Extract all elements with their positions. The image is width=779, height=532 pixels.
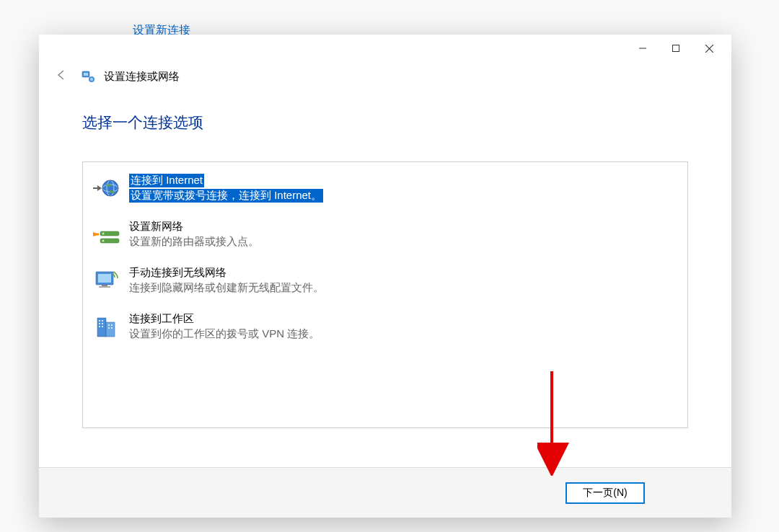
svg-rect-28 bbox=[99, 326, 100, 327]
svg-marker-8 bbox=[97, 185, 102, 191]
option-title: 手动连接到无线网络 bbox=[129, 266, 324, 280]
option-desc: 设置到你的工作区的拨号或 VPN 连接。 bbox=[129, 327, 320, 341]
options-list: 连接到 Internet 设置宽带或拨号连接，连接到 Internet。 bbox=[82, 161, 688, 428]
wireless-monitor-icon bbox=[92, 266, 120, 295]
svg-rect-21 bbox=[99, 286, 110, 288]
svg-rect-32 bbox=[108, 327, 110, 329]
dialog-window: 设置连接或网络 选择一个连接选项 bbox=[39, 35, 731, 518]
close-button[interactable] bbox=[692, 37, 726, 60]
svg-rect-19 bbox=[98, 274, 111, 283]
titlebar bbox=[39, 35, 731, 62]
dialog-title: 设置连接或网络 bbox=[104, 70, 180, 84]
svg-point-7 bbox=[90, 78, 93, 81]
svg-rect-24 bbox=[99, 320, 100, 322]
option-desc: 设置宽带或拨号连接，连接到 Internet。 bbox=[129, 189, 323, 203]
option-connect-workplace[interactable]: 连接到工作区 设置到你的工作区的拨号或 VPN 连接。 bbox=[83, 303, 687, 350]
option-manual-wireless[interactable]: 手动连接到无线网络 连接到隐藏网络或创建新无线配置文件。 bbox=[83, 257, 687, 303]
workplace-building-icon bbox=[92, 312, 120, 341]
minimize-button[interactable] bbox=[626, 37, 659, 60]
svg-rect-25 bbox=[102, 320, 103, 322]
dialog-content: 选择一个连接选项 连接到 Internet bbox=[39, 91, 731, 467]
svg-rect-30 bbox=[108, 324, 110, 326]
svg-rect-1 bbox=[673, 45, 679, 52]
option-title: 连接到 Internet bbox=[129, 174, 204, 187]
network-wizard-icon bbox=[81, 69, 95, 84]
svg-point-16 bbox=[102, 233, 105, 235]
option-setup-network[interactable]: 设置新网络 设置新的路由器或接入点。 bbox=[83, 211, 687, 257]
router-icon bbox=[92, 220, 120, 249]
dialog-header: 设置连接或网络 bbox=[39, 62, 731, 91]
svg-rect-5 bbox=[84, 73, 88, 76]
next-button[interactable]: 下一页(N) bbox=[565, 482, 645, 504]
option-desc: 连接到隐藏网络或创建新无线配置文件。 bbox=[129, 281, 324, 295]
dialog-footer: 下一页(N) bbox=[39, 467, 731, 518]
svg-rect-26 bbox=[99, 323, 100, 324]
option-title: 连接到工作区 bbox=[129, 312, 320, 326]
option-desc: 设置新的路由器或接入点。 bbox=[129, 235, 259, 249]
svg-rect-33 bbox=[111, 327, 113, 329]
svg-point-17 bbox=[102, 240, 105, 242]
svg-rect-23 bbox=[106, 322, 115, 337]
maximize-button[interactable] bbox=[659, 37, 692, 60]
page-heading: 选择一个连接选项 bbox=[82, 112, 688, 133]
svg-rect-27 bbox=[102, 323, 103, 324]
globe-internet-icon bbox=[92, 174, 120, 203]
option-title: 设置新网络 bbox=[129, 220, 259, 234]
option-connect-internet[interactable]: 连接到 Internet 设置宽带或拨号连接，连接到 Internet。 bbox=[83, 165, 687, 211]
svg-rect-20 bbox=[102, 285, 107, 286]
svg-rect-31 bbox=[111, 324, 113, 326]
svg-rect-29 bbox=[102, 326, 103, 327]
back-arrow-icon[interactable] bbox=[50, 66, 72, 88]
